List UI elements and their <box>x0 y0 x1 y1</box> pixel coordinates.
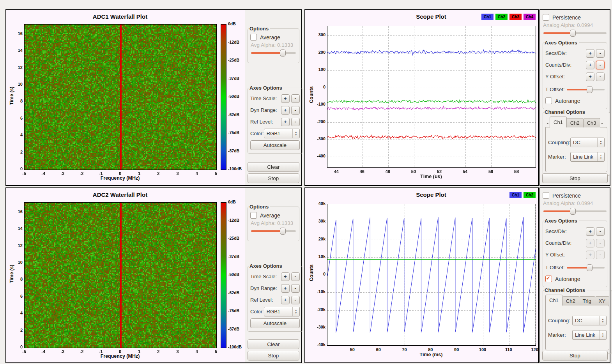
tick-label: 40k <box>308 201 325 206</box>
t-offset-slider[interactable] <box>567 264 605 271</box>
time-scale-plus-button[interactable]: + <box>281 94 290 103</box>
y-offset-minus-button[interactable]: - <box>596 251 605 259</box>
t-offset-row: T Offset: <box>545 85 605 94</box>
ref-level-minus-button[interactable]: - <box>291 118 300 126</box>
ref-level-minus-button[interactable]: - <box>291 296 300 304</box>
dyn-range-plus-button[interactable]: + <box>281 284 290 293</box>
colormap-select[interactable]: RGB1 <box>264 129 300 138</box>
spin-arrows-icon[interactable] <box>597 152 604 161</box>
secs-div-plus-button[interactable]: + <box>586 49 594 58</box>
tab-trig[interactable]: Trig <box>579 296 595 306</box>
tab-scroll-left-icon[interactable]: ◂ <box>545 119 550 127</box>
slider-fill <box>251 230 283 232</box>
stop-button[interactable]: Stop <box>542 351 608 360</box>
dyn-range-plus-button[interactable]: + <box>281 106 290 115</box>
tick-label: 2 <box>152 349 164 354</box>
autoscale-button[interactable]: Autoscale <box>250 140 300 150</box>
waterfall-canvas[interactable] <box>24 24 217 170</box>
time-scale-plus-button[interactable]: + <box>281 272 290 281</box>
tab-ch3[interactable]: Ch3 <box>584 118 600 127</box>
ref-level-plus-button[interactable]: + <box>281 296 290 304</box>
autorange-checkbox[interactable] <box>545 97 552 104</box>
spin-arrows-icon[interactable] <box>599 316 606 325</box>
slider-knob[interactable] <box>570 208 576 215</box>
analog-alpha-slider[interactable] <box>543 208 607 215</box>
coupling-value: DC <box>571 140 597 145</box>
stop-button[interactable]: Stop <box>542 173 608 183</box>
tab-ch2[interactable]: Ch2 <box>562 296 579 306</box>
scope-canvas[interactable] <box>327 26 536 168</box>
secs-div-plus-button[interactable]: + <box>586 227 594 236</box>
adc1-waterfall-plot: ADC1 Waterfall Plot Time (s) Frequency (… <box>6 10 245 185</box>
waterfall-controls: Options Average Avg Alpha: 0.1333 Axes O… <box>246 188 301 362</box>
waterfall-canvas[interactable] <box>24 202 217 348</box>
tick-label: 120 <box>529 347 541 352</box>
secs-div-minus-button[interactable]: - <box>596 49 605 58</box>
scope-canvas[interactable] <box>327 204 536 346</box>
t-offset-row: T Offset: <box>545 263 605 272</box>
spin-arrows-icon[interactable] <box>597 138 604 147</box>
time-scale-minus-button[interactable]: - <box>291 94 300 103</box>
analog-alpha-slider[interactable] <box>543 30 607 37</box>
ref-level-plus-button[interactable]: + <box>281 118 290 126</box>
y-offset-plus-button[interactable]: + <box>586 72 594 81</box>
y-offset-plus-button[interactable]: + <box>586 251 594 259</box>
marker-label: Marker: <box>548 154 570 160</box>
slider-knob[interactable] <box>570 30 576 37</box>
slider-knob[interactable] <box>587 86 593 93</box>
coupling-select[interactable]: DC <box>570 138 605 147</box>
tab-ch1[interactable]: Ch1 <box>545 295 562 306</box>
slider-knob[interactable] <box>280 228 286 235</box>
average-checkbox[interactable] <box>250 34 257 41</box>
dyn-range-row: Dyn Range: + - <box>250 105 300 115</box>
secs-div-minus-button[interactable]: - <box>596 227 605 236</box>
coupling-select[interactable]: DC <box>572 316 607 325</box>
tab-ch2[interactable]: Ch2 <box>567 118 584 127</box>
spin-arrows-icon[interactable] <box>292 307 299 316</box>
adc2-waterfall-plot: ADC2 Waterfall Plot Time (s) Frequency (… <box>6 188 245 362</box>
marker-select[interactable]: Line Link <box>572 330 607 340</box>
clear-button[interactable]: Clear <box>248 162 299 172</box>
channel-tabs: ◂ Ch1 Ch2 Ch3 ▸ <box>545 117 607 127</box>
autoscale-button[interactable]: Autoscale <box>250 318 300 328</box>
tick-label: 90 <box>451 347 462 352</box>
tick-label: 0 <box>5 345 23 349</box>
tab-scroll-right-icon[interactable]: ▸ <box>600 119 605 127</box>
stop-button[interactable]: Stop <box>248 173 299 183</box>
avg-alpha-slider[interactable] <box>251 49 296 57</box>
time-scale-minus-button[interactable]: - <box>291 272 300 281</box>
tick-label: 200 <box>308 50 325 55</box>
y-offset-minus-button[interactable]: - <box>596 72 605 81</box>
autorange-checkbox[interactable] <box>545 276 552 282</box>
persistence-checkbox[interactable] <box>543 192 549 199</box>
tick-label: 44 <box>331 169 342 174</box>
slider-knob[interactable] <box>587 264 593 271</box>
counts-div-minus-button[interactable]: - <box>596 61 605 69</box>
axes-options-group: Axes Options Time Scale: + - Dyn Range: … <box>248 263 302 332</box>
tick-label: -37dB <box>228 76 246 81</box>
secs-div-row: Secs/Div: + - <box>545 226 605 236</box>
tab-ch1[interactable]: Ch1 <box>550 117 567 127</box>
x-axis-label: Frequency (MHz) <box>24 175 216 181</box>
avg-alpha-slider[interactable] <box>251 228 296 235</box>
marker-select[interactable]: Line Link <box>570 152 605 162</box>
average-checkbox[interactable] <box>250 212 257 219</box>
tick-label: 0 <box>308 272 325 276</box>
tab-xy[interactable]: XY <box>595 296 609 306</box>
dyn-range-minus-button[interactable]: - <box>291 106 300 115</box>
clear-button[interactable]: Clear <box>248 339 299 349</box>
average-label: Average <box>260 34 280 41</box>
persistence-checkbox[interactable] <box>543 14 549 21</box>
stop-button[interactable]: Stop <box>248 351 299 360</box>
tick-label: -25dB <box>228 58 246 62</box>
spin-arrows-icon[interactable] <box>292 129 299 138</box>
colormap-select[interactable]: RGB1 <box>264 307 300 316</box>
counts-div-minus-button[interactable]: - <box>596 239 605 247</box>
t-offset-slider[interactable] <box>567 86 605 93</box>
slider-knob[interactable] <box>280 49 286 57</box>
counts-div-plus-button[interactable]: + <box>586 61 594 69</box>
coupling-row: Coupling: DC <box>548 138 605 147</box>
dyn-range-minus-button[interactable]: - <box>291 284 300 293</box>
spin-arrows-icon[interactable] <box>599 330 606 339</box>
counts-div-plus-button[interactable]: + <box>586 239 594 247</box>
